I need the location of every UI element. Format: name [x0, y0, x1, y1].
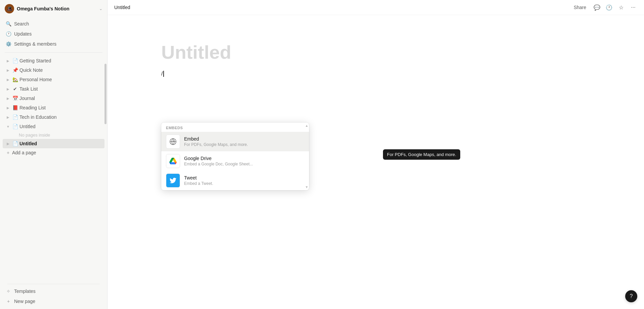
sidebar-item-label: Personal Home — [19, 77, 102, 82]
sidebar-item-journal[interactable]: ▶ 📅 Journal — [3, 94, 104, 103]
sidebar-item-reading-list[interactable]: ▶ 📕 Reading List — [3, 103, 104, 112]
tweet-desc: Embed a Tweet. — [184, 181, 213, 186]
page-icon: 📄 — [12, 141, 18, 147]
new-page-icon: + — [5, 298, 11, 304]
page-title-placeholder[interactable]: Untitled — [161, 42, 590, 63]
sidebar-pages: ▶ 📄 Getting Started ▶ 📌 Quick Note ▶ 🏡 P… — [0, 55, 107, 279]
sidebar-divider — [5, 52, 102, 53]
tooltip-text: For PDFs, Google Maps, and more. — [387, 152, 456, 157]
sidebar-item-settings-label: Settings & members — [14, 41, 56, 47]
slash-command-menu: EMBEDS Embed For PDFs, Google Maps, an — [161, 122, 309, 190]
chevron-down-icon: ⌄ — [99, 6, 102, 11]
arrow-icon: ▶ — [5, 67, 11, 73]
sidebar-item-updates-label: Updates — [14, 31, 32, 37]
slash-text: / — [161, 71, 163, 77]
arrow-icon: ▶ — [5, 86, 11, 92]
sidebar-item-label: Add a page — [12, 150, 102, 155]
sidebar-item-templates-label: Templates — [14, 289, 36, 294]
editor-content[interactable]: / — [161, 71, 590, 77]
sidebar-scrollbar[interactable] — [104, 64, 106, 269]
arrow-icon: ▶ — [5, 58, 11, 63]
sidebar-item-personal-home[interactable]: ▶ 🏡 Personal Home — [3, 75, 104, 84]
menu-scrollbar: ▲ ▼ — [304, 122, 309, 190]
sidebar-item-search[interactable]: 🔍 Search — [3, 19, 104, 29]
twitter-icon — [166, 173, 180, 188]
more-icon[interactable]: ··· — [629, 3, 637, 11]
page-icon: 📄 — [12, 58, 18, 64]
sidebar-item-label: Tech in Education — [19, 114, 102, 120]
sidebar-bottom: ✧ Templates + New page — [0, 279, 107, 309]
tweet-title: Tweet — [184, 175, 213, 181]
scroll-down-arrow: ▼ — [305, 185, 308, 189]
page-icon: 📅 — [12, 95, 18, 101]
arrow-icon: ▶ — [5, 114, 11, 120]
topbar: Untitled Share 💬 🕐 ☆ ··· — [108, 0, 644, 15]
embed-text: Embed For PDFs, Google Maps, and more. — [184, 136, 248, 147]
topbar-page-title: Untitled — [114, 5, 567, 10]
arrow-down-icon: ▼ — [5, 124, 11, 129]
sidebar-item-label: Getting Started — [19, 58, 102, 63]
sidebar-item-task-list[interactable]: ▶ ✔ Task List — [3, 84, 104, 94]
sidebar-item-search-label: Search — [14, 21, 29, 27]
text-cursor — [163, 71, 164, 77]
favorite-icon[interactable]: ☆ — [617, 3, 625, 11]
sidebar-item-untitled-active[interactable]: ▶ 📄 Untitled — [3, 139, 104, 148]
arrow-icon: ▶ — [5, 105, 11, 110]
embed-title: Embed — [184, 136, 248, 142]
scroll-up-arrow: ▲ — [305, 124, 308, 127]
topbar-actions: Share 💬 🕐 ☆ ··· — [571, 3, 637, 11]
search-icon: 🔍 — [5, 21, 11, 27]
slash-menu-item-gdrive[interactable]: Google Drive Embed a Google Doc, Google … — [161, 151, 309, 171]
help-label: ? — [630, 293, 633, 299]
updates-icon: 🕐 — [5, 31, 11, 37]
sidebar-item-templates[interactable]: ✧ Templates — [3, 286, 104, 296]
page-icon: ✔ — [12, 86, 18, 92]
slash-menu-section-label: EMBEDS — [161, 122, 309, 132]
sidebar-item-label: Journal — [19, 96, 102, 101]
slash-menu-scroll: EMBEDS Embed For PDFs, Google Maps, an — [161, 122, 309, 190]
embed-icon — [166, 135, 180, 149]
sidebar-item-settings[interactable]: ⚙️ Settings & members — [3, 39, 104, 49]
arrow-icon: ▶ — [5, 77, 11, 82]
sidebar-divider-bottom — [7, 284, 100, 284]
sidebar-scrollbar-thumb — [104, 64, 106, 124]
page-icon: 📄 — [12, 114, 18, 120]
gdrive-text: Google Drive Embed a Google Doc, Google … — [184, 156, 253, 166]
gdrive-desc: Embed a Google Doc, Google Sheet... — [184, 162, 253, 166]
sidebar-item-untitled-expanded[interactable]: ▼ 📄 Untitled — [3, 122, 104, 131]
page-icon: 📕 — [12, 105, 18, 111]
share-button[interactable]: Share — [571, 3, 589, 11]
sidebar-item-label: Task List — [19, 86, 102, 92]
avatar: 🎩 — [5, 4, 14, 13]
help-button[interactable]: ? — [625, 290, 637, 302]
sidebar-item-quick-note[interactable]: ▶ 📌 Quick Note — [3, 65, 104, 75]
tooltip: For PDFs, Google Maps, and more. — [383, 149, 460, 160]
add-icon: + — [5, 150, 11, 155]
sidebar-item-getting-started[interactable]: ▶ 📄 Getting Started — [3, 56, 104, 65]
cursor-line: / — [161, 71, 590, 77]
history-icon[interactable]: 🕐 — [605, 3, 613, 11]
sidebar-item-label: Untitled — [19, 124, 102, 129]
comment-icon[interactable]: 💬 — [593, 3, 601, 11]
page-icon: 📌 — [12, 67, 18, 73]
templates-icon: ✧ — [5, 288, 11, 294]
gdrive-icon — [166, 154, 180, 168]
sidebar-item-label: Untitled — [19, 141, 102, 146]
slash-menu-item-embed[interactable]: Embed For PDFs, Google Maps, and more. — [161, 132, 309, 151]
sidebar-item-add-page[interactable]: + Add a page — [3, 148, 104, 157]
editor-area[interactable]: Untitled / EMBEDS — [108, 15, 644, 309]
workspace-header[interactable]: 🎩 Omega Fumba's Notion ⌄ — [0, 0, 107, 17]
arrow-icon: ▶ — [5, 96, 11, 101]
sidebar-item-updates[interactable]: 🕐 Updates — [3, 29, 104, 39]
settings-icon: ⚙️ — [5, 41, 11, 47]
arrow-icon: ▶ — [5, 141, 11, 146]
main-content: Untitled Share 💬 🕐 ☆ ··· Untitled / EMBE… — [108, 0, 644, 309]
embed-desc: For PDFs, Google Maps, and more. — [184, 142, 248, 147]
page-icon: 📄 — [12, 123, 18, 130]
slash-menu-item-tweet[interactable]: Tweet Embed a Tweet. — [161, 171, 309, 190]
sidebar-item-tech-in-education[interactable]: ▶ 📄 Tech in Education — [3, 112, 104, 122]
sidebar-item-label: Reading List — [19, 105, 102, 110]
no-pages-label: No pages inside — [3, 131, 104, 139]
sidebar-nav: 🔍 Search 🕐 Updates ⚙️ Settings & members — [0, 17, 107, 50]
sidebar-item-new-page[interactable]: + New page — [3, 296, 104, 306]
